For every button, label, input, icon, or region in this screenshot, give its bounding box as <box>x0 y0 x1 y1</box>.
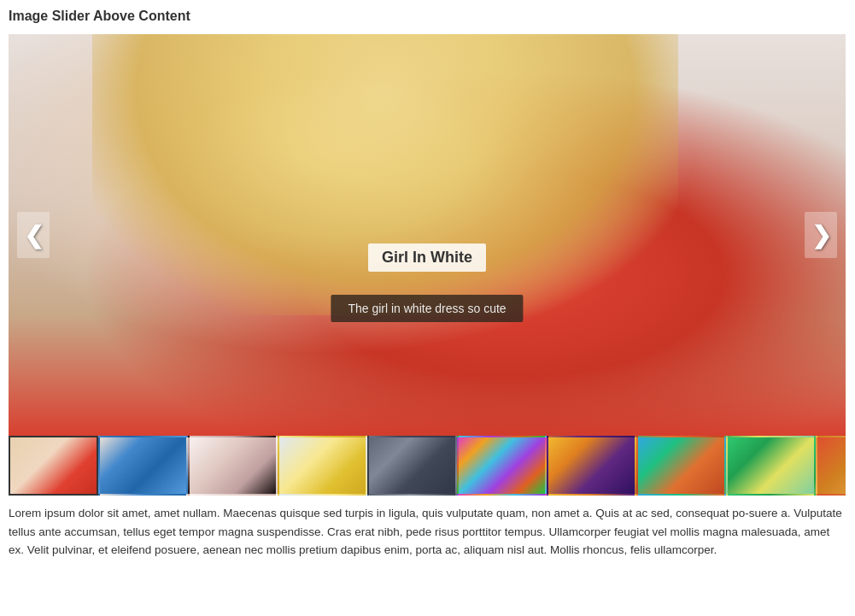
slide-caption-desc: The girl in white dress so cute <box>331 295 523 322</box>
thumbnail-8-image <box>728 437 814 494</box>
slider-main-area: Girl In White The girl in white dress so… <box>9 34 846 436</box>
slider-prev-button[interactable]: ❮ <box>17 212 50 258</box>
thumbnail-8[interactable] <box>726 436 816 496</box>
thumbnail-3-image <box>279 437 366 494</box>
thumbnail-2-image <box>190 437 276 494</box>
thumbnail-1-image <box>100 437 186 494</box>
page-title: Image Slider Above Content <box>9 9 846 24</box>
thumbnail-2[interactable] <box>188 436 278 496</box>
thumbnail-5-image <box>459 437 545 494</box>
slide-caption-title: Girl In White <box>368 243 486 272</box>
image-slider: Girl In White The girl in white dress so… <box>9 34 846 496</box>
thumbnail-5[interactable] <box>457 436 547 496</box>
thumbnail-7[interactable] <box>636 436 726 496</box>
thumbnail-1[interactable] <box>98 436 188 496</box>
thumbnail-0-image <box>10 437 97 494</box>
slide-photo-overlay <box>92 34 678 315</box>
thumbnail-9-image <box>817 437 846 494</box>
body-content-text: Lorem ipsum dolor sit amet, amet nullam.… <box>9 504 846 560</box>
thumbnail-6-image <box>548 437 635 494</box>
thumbnail-4[interactable] <box>367 436 457 496</box>
slider-thumbnails <box>9 436 846 496</box>
slider-next-button[interactable]: ❯ <box>805 212 837 258</box>
thumbnail-3[interactable] <box>278 436 367 496</box>
thumbnail-9[interactable] <box>816 436 846 496</box>
thumbnail-0[interactable] <box>9 436 98 496</box>
thumbnail-4-image <box>369 437 455 494</box>
thumbnail-7-image <box>638 437 724 494</box>
thumbnail-6[interactable] <box>547 436 636 496</box>
